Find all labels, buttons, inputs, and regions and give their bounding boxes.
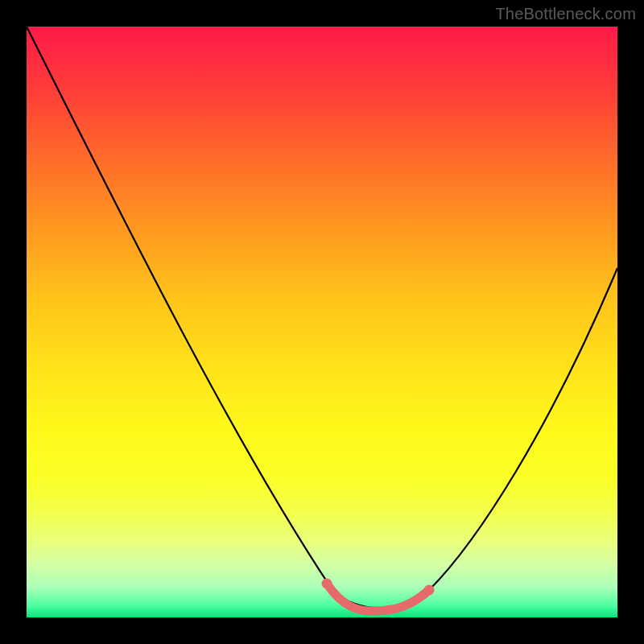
attribution-text: TheBottleneck.com <box>495 5 636 23</box>
plot-area <box>27 27 617 617</box>
highlight-dot-left <box>322 579 332 589</box>
bottleneck-curve <box>27 27 617 609</box>
optimal-range-highlight <box>327 584 429 611</box>
chart-frame: TheBottleneck.com <box>0 0 644 644</box>
highlight-dot-right <box>424 585 435 596</box>
curve-layer <box>27 27 617 617</box>
